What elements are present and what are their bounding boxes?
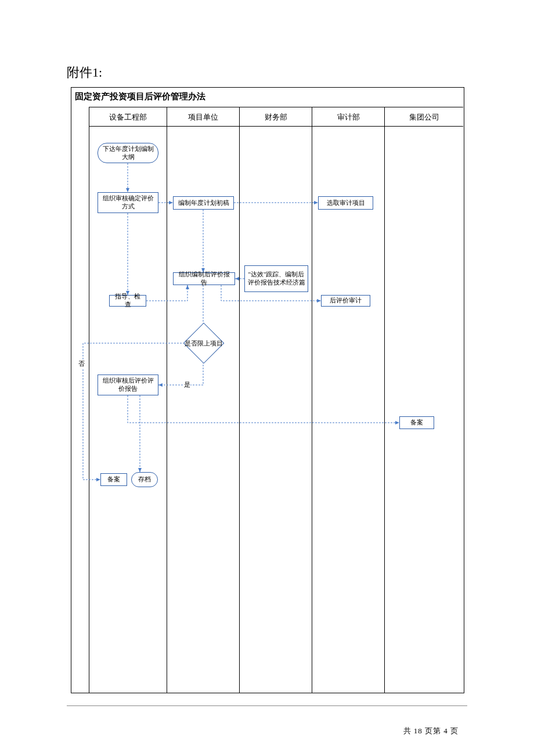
footer-separator: [67, 705, 467, 706]
lane-header-project-unit: 项目单位: [167, 107, 240, 127]
node-filing-group: 备案: [399, 416, 434, 429]
document-page: 附件1: 固定资产投资项目后评价管理办法 设备工程部 项目单位 财务部 审计部 …: [0, 0, 534, 756]
node-archive: 存档: [131, 472, 158, 487]
page-number: 共 18 页第 4 页: [403, 726, 459, 736]
swimlane-diagram: 固定资产投资项目后评价管理办法 设备工程部 项目单位 财务部 审计部 集团公司: [71, 87, 464, 693]
node-decision: 是否限上项目: [179, 328, 228, 358]
diagram-title: 固定资产投资项目后评价管理办法: [75, 91, 205, 102]
node-filing-local: 备案: [100, 473, 127, 486]
node-review-method: 组织审核确定评价方式: [98, 192, 158, 213]
lane-header-finance: 财务部: [240, 107, 312, 127]
lane-body-4: [312, 127, 385, 693]
lane-header-audit: 审计部: [312, 107, 385, 127]
node-select-audit: 选取审计项目: [318, 196, 373, 210]
node-finance-track: "达效"跟踪、编制后评价报告技术经济篇: [244, 265, 308, 292]
lane-body-2: [167, 127, 240, 693]
node-post-audit: 后评价审计: [321, 295, 370, 307]
branch-label-yes: 是: [184, 380, 190, 389]
node-draft-plan: 编制年度计划初稿: [173, 196, 234, 210]
attachment-label: 附件1:: [67, 64, 102, 81]
node-compile-report: 组织编制后评价报告: [173, 272, 235, 285]
node-guide-check: 指导、检查: [109, 295, 146, 307]
node-review-report: 组织审核后评价评价报告: [98, 375, 158, 395]
branch-label-no: 否: [78, 359, 85, 368]
node-start: 下达年度计划编制大纲: [98, 143, 158, 163]
lane-header-group: 集团公司: [385, 107, 463, 127]
lane-body-5: [385, 127, 463, 693]
decision-label: 是否限上项目: [179, 328, 228, 358]
lane-body-3: [240, 127, 312, 693]
lane-header-equipment: 设备工程部: [89, 107, 167, 127]
